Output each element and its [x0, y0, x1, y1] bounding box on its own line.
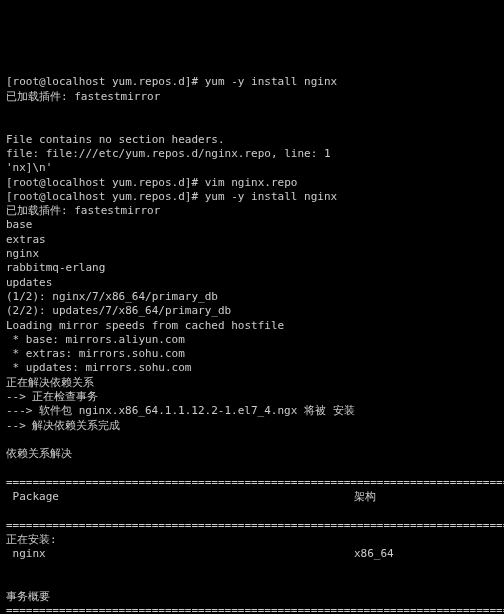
- divider-mid: ========================================…: [6, 519, 504, 532]
- error-file-line: file: file:///etc/yum.repos.d/nginx.repo…: [6, 147, 331, 160]
- table-row: nginxx86_64: [6, 547, 498, 561]
- mirror-extras: * extras: mirrors.sohu.com: [6, 347, 185, 360]
- installing-label: 正在安装:: [6, 533, 57, 546]
- repo-base: base: [6, 218, 33, 231]
- table-header: Package架构: [6, 490, 498, 504]
- prompt-line-2: [root@localhost yum.repos.d]# vim nginx.…: [6, 176, 297, 189]
- repo-extras: extras: [6, 233, 46, 246]
- prompt-line-3: [root@localhost yum.repos.d]# yum -y ins…: [6, 190, 337, 203]
- repo-rabbitmq: rabbitmq-erlang: [6, 261, 105, 274]
- pkg-install-line: ---> 软件包 nginx.x86_64.1.1.12.2-1.el7_4.n…: [6, 404, 355, 417]
- check-trans: --> 正在检查事务: [6, 390, 99, 403]
- repo-nginx: nginx: [6, 247, 39, 260]
- col-package: Package: [6, 490, 354, 504]
- divider-bottom: ========================================…: [6, 604, 504, 614]
- error-nx: 'nx]\n': [6, 161, 52, 174]
- deps-resolved: 依赖关系解决: [6, 447, 72, 460]
- loaded-plugins-2: 已加载插件: fastestmirror: [6, 204, 160, 217]
- mirror-base: * base: mirrors.aliyun.com: [6, 333, 185, 346]
- trans-summary: 事务概要: [6, 590, 50, 603]
- primary-db-1: (1/2): nginx/7/x86_64/primary_db: [6, 290, 218, 303]
- resolving-deps: 正在解决依赖关系: [6, 376, 94, 389]
- loaded-plugins-1: 已加载插件: fastestmirror: [6, 90, 160, 103]
- terminal-output[interactable]: [root@localhost yum.repos.d]# yum -y ins…: [6, 61, 498, 614]
- repo-updates: updates: [6, 276, 52, 289]
- dep-done: --> 解决依赖关系完成: [6, 419, 121, 432]
- mirror-updates: * updates: mirrors.sohu.com: [6, 361, 191, 374]
- col-arch: 架构: [354, 490, 498, 504]
- pkg-arch: x86_64: [354, 547, 498, 561]
- loading-mirror: Loading mirror speeds from cached hostfi…: [6, 319, 284, 332]
- error-no-section: File contains no section headers.: [6, 133, 225, 146]
- primary-db-2: (2/2): updates/7/x86_64/primary_db: [6, 304, 231, 317]
- prompt-line-1: [root@localhost yum.repos.d]# yum -y ins…: [6, 75, 337, 88]
- divider-top: ========================================…: [6, 476, 504, 489]
- pkg-name: nginx: [6, 547, 354, 561]
